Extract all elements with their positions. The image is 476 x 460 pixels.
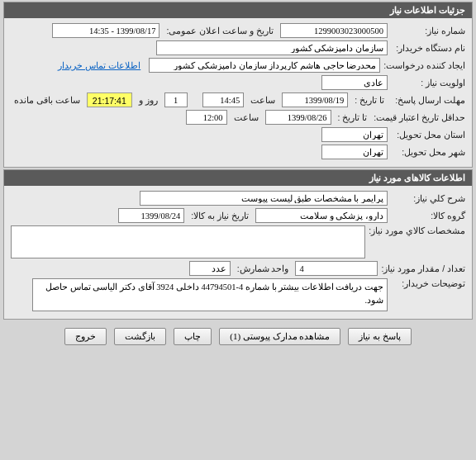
time-label-2: ساعت [231, 112, 262, 122]
need-date-label: تاریخ نیاز به کالا: [188, 211, 252, 221]
province-field[interactable] [321, 127, 388, 142]
group-label: گروه کالا: [391, 211, 465, 221]
need-details-panel: جزئیات اطلاعات نیاز شماره نیاز: تاریخ و … [3, 2, 473, 168]
respond-button[interactable]: پاسخ به نیاز [348, 328, 412, 345]
to-date-label-2: تا تاریخ : [335, 112, 371, 122]
spec-field[interactable] [11, 225, 365, 258]
validity-label: حداقل تاریخ اعتبار قیمت: [374, 112, 465, 122]
priority-field[interactable] [321, 75, 388, 90]
panel1-body: شماره نیاز: تاریخ و ساعت اعلان عمومی: نا… [4, 18, 472, 167]
deadline-send-label: مهلت ارسال پاسخ: [391, 95, 465, 105]
unit-field[interactable] [189, 261, 231, 276]
unit-label: واحد شمارش: [234, 263, 293, 273]
pubdate-label: تاریخ و ساعت اعلان عمومی: [163, 26, 277, 36]
reqno-field[interactable] [280, 23, 388, 38]
spec-label: مشخصات کالاي مورد نیاز: [369, 225, 465, 235]
attachments-button[interactable]: مشاهده مدارک پیوستی (1) [219, 328, 340, 345]
desc-label: شرح کلي نیاز: [391, 193, 465, 203]
deadline-time-field[interactable] [202, 92, 244, 107]
creator-field[interactable] [149, 58, 380, 73]
province-label: استان محل تحویل: [391, 130, 465, 140]
desc-field[interactable] [140, 191, 388, 206]
qty-field[interactable] [295, 261, 378, 276]
exit-button[interactable]: خروج [64, 328, 107, 345]
remaining-time: 21:17:41 [87, 92, 132, 107]
days-field[interactable] [164, 92, 188, 107]
days-label: روز و [136, 95, 161, 105]
to-date-label-1: تا تاریخ : [351, 95, 388, 105]
pubdate-field[interactable] [52, 23, 159, 38]
buyer-contact-link[interactable]: اطلاعات تماس خریدار [58, 60, 140, 70]
priority-label: اولویت نیاز : [391, 78, 465, 88]
buyer-label: نام دستگاه خریدار: [391, 43, 465, 53]
city-label: شهر محل تحویل: [391, 147, 465, 157]
reqno-label: شماره نیاز: [391, 26, 465, 36]
validity-time-field[interactable] [186, 110, 227, 125]
buyer-field[interactable] [156, 40, 388, 55]
city-field[interactable] [321, 145, 388, 159]
panel1-title: جزئیات اطلاعات نیاز [4, 2, 472, 18]
deadline-date-field[interactable] [282, 92, 348, 107]
group-field[interactable] [255, 208, 388, 223]
qty-label: تعداد / مقدار مورد نیاز: [381, 263, 465, 273]
goods-info-panel: اطلاعات کالاهای مورد نیاز شرح کلي نیاز: … [3, 169, 473, 320]
notes-label: توضیحات خریدار: [391, 278, 465, 288]
print-button[interactable]: چاپ [174, 328, 212, 345]
panel2-body: شرح کلي نیاز: گروه کالا: تاریخ نیاز به ک… [4, 186, 472, 319]
remaining-label: ساعت باقی مانده [11, 95, 83, 105]
creator-label: ایجاد کننده درخواست: [383, 60, 465, 70]
action-bar: پاسخ به نیاز مشاهده مدارک پیوستی (1) چاپ… [0, 321, 476, 352]
notes-field[interactable] [32, 278, 388, 311]
validity-date-field[interactable] [265, 110, 331, 125]
back-button[interactable]: بازگشت [114, 328, 166, 345]
panel2-title: اطلاعات کالاهای مورد نیاز [4, 170, 472, 186]
time-label-1: ساعت [247, 95, 278, 105]
need-date-field[interactable] [118, 208, 184, 223]
